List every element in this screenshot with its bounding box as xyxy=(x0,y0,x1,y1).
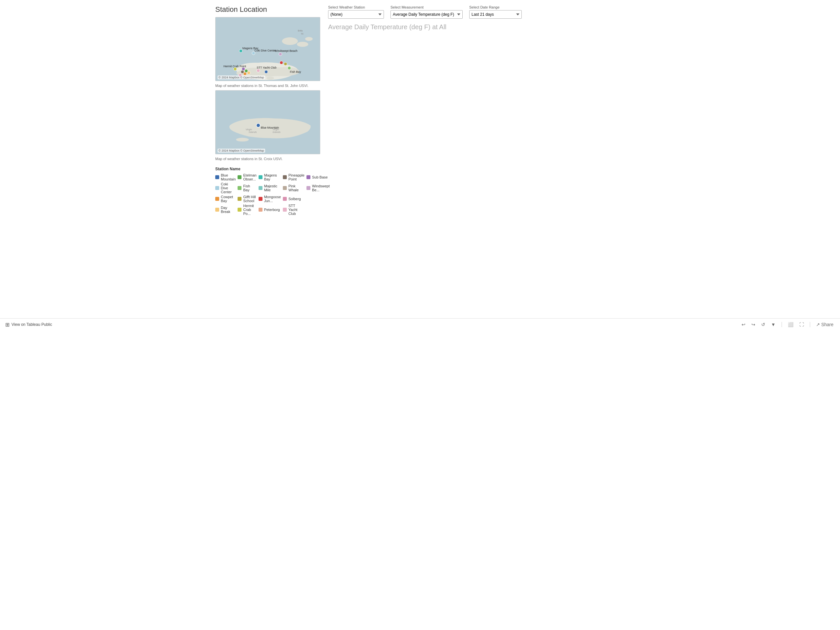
legend-item-label: Gifft Hill School xyxy=(243,195,256,203)
fullscreen-button[interactable]: ⛶ xyxy=(798,321,805,328)
settings-button[interactable]: ▼ xyxy=(770,321,777,328)
page-title: Station Location xyxy=(215,5,320,14)
svg-point-8 xyxy=(305,37,313,41)
legend-item: Pineapple Point xyxy=(283,173,305,181)
measurement-select[interactable]: Average Daily Temperature (deg F)Average… xyxy=(390,10,463,19)
date-range-label: Select Date Range xyxy=(469,5,522,9)
weather-station-group: Select Weather Station (None)Blue Mounta… xyxy=(328,5,384,19)
weather-station-select[interactable]: (None)Blue MountainCoki Dive CenterCowpe… xyxy=(328,10,384,19)
legend-item: Hermit Crab Po... xyxy=(238,204,256,216)
map2-caption: Map of weather stations in St. Croix USV… xyxy=(215,157,320,161)
svg-point-32 xyxy=(236,138,249,142)
toolbar-separator xyxy=(782,322,782,327)
map2-copyright: © 2024 Mapbox © OpenStreetMap xyxy=(218,148,265,153)
legend-item-label: Fish Bay xyxy=(243,184,256,192)
legend-item: STT Yacht Club xyxy=(283,204,305,216)
svg-text:Islands: Islands xyxy=(272,131,281,134)
map-stcroix: Virgin Islands Virgin Islands Blue Mount… xyxy=(215,90,320,154)
legend-swatch xyxy=(259,208,262,212)
measurement-label: Select Measurement xyxy=(390,5,463,9)
svg-text:Windswept Beach: Windswept Beach xyxy=(275,49,298,52)
measurement-group: Select Measurement Average Daily Tempera… xyxy=(390,5,463,19)
legend-item: Peterborg xyxy=(259,204,281,216)
toolbar-right: ↩ ↪ ↺ ▼ ⬜ ⛶ ↗ Share xyxy=(740,321,835,328)
svg-text:Islands: Islands xyxy=(249,131,257,134)
svg-point-23 xyxy=(245,69,248,73)
legend-item-label: Day Break xyxy=(221,206,235,214)
chart-area xyxy=(328,33,625,310)
legend-item-label: Pineapple Point xyxy=(289,173,305,181)
legend-item-label: Etelman Obser... xyxy=(243,173,256,181)
svg-point-19 xyxy=(284,62,287,66)
legend-swatch xyxy=(283,175,287,179)
svg-text:Virgin: Virgin xyxy=(245,128,252,131)
svg-point-6 xyxy=(282,38,298,45)
svg-point-9 xyxy=(267,76,274,80)
legend-item: Blue Mountain xyxy=(215,173,235,181)
share-button[interactable]: ↗ Share xyxy=(815,321,835,328)
legend-swatch xyxy=(215,186,219,190)
svg-point-17 xyxy=(243,72,247,76)
legend-swatch xyxy=(259,197,262,201)
legend-item-label: Peterborg xyxy=(264,208,280,212)
toolbar-left: ⊞ View on Tableau Public xyxy=(5,322,740,328)
legend-swatch xyxy=(238,197,242,201)
legend-item: Mongoose Jun... xyxy=(259,195,281,203)
legend-grid: Blue Mountain Etelman Obser... Magens Ba… xyxy=(215,173,320,216)
share-icon: ↗ xyxy=(816,322,820,327)
legend-swatch xyxy=(306,175,310,179)
legend-swatch xyxy=(238,175,242,179)
bottom-toolbar: ⊞ View on Tableau Public ↩ ↪ ↺ ▼ ⬜ ⛶ ↗ S… xyxy=(0,318,840,330)
legend-swatch xyxy=(306,186,310,190)
map1-copyright: © 2024 Mapbox © OpenStreetMap xyxy=(218,76,265,79)
svg-point-24 xyxy=(264,70,268,74)
legend-swatch xyxy=(238,208,242,212)
legend-item-label: Mongoose Jun... xyxy=(264,195,281,203)
svg-point-15 xyxy=(288,66,291,70)
date-range-select[interactable]: Last 21 daysLast 7 daysLast 30 daysLast … xyxy=(469,10,522,19)
legend-swatch xyxy=(283,208,287,212)
legend-item-label: Cowpet Bay xyxy=(221,195,235,203)
svg-point-14 xyxy=(279,52,282,56)
legend-item: Fish Bay xyxy=(238,182,256,194)
view-on-tableau-label[interactable]: View on Tableau Public xyxy=(11,322,52,327)
svg-point-37 xyxy=(256,123,260,127)
legend-item: Magens Bay xyxy=(259,173,281,181)
svg-text:Hermit Crab Point: Hermit Crab Point xyxy=(223,65,246,68)
legend-item-label: Majestic Mile xyxy=(264,184,281,192)
legend-item-label: Blue Mountain xyxy=(221,173,235,181)
legend-swatch xyxy=(259,186,262,190)
legend-item: Pink Whale xyxy=(283,182,305,194)
svg-text:Coki Dive Center: Coki Dive Center xyxy=(254,49,276,52)
legend-swatch xyxy=(215,197,219,201)
legend-item: Coki Dive Center xyxy=(215,182,235,194)
map1-caption: Map of weather stations in St. Thomas an… xyxy=(215,84,320,88)
svg-text:STT Yacht Club: STT Yacht Club xyxy=(257,66,276,69)
svg-point-18 xyxy=(280,61,283,64)
svg-point-7 xyxy=(297,42,308,47)
undo-button[interactable]: ↩ xyxy=(740,321,747,328)
share-label: Share xyxy=(821,322,834,327)
legend-swatch xyxy=(215,175,219,179)
legend-item: Majestic Mile xyxy=(259,182,281,194)
svg-text:Fish Bay: Fish Bay xyxy=(290,70,301,74)
revert-button[interactable]: ↺ xyxy=(760,321,766,328)
legend-item-label: Solberg xyxy=(289,197,301,201)
redo-button[interactable]: ↪ xyxy=(750,321,757,328)
legend-item: Cowpet Bay xyxy=(215,195,235,203)
controls-row: Select Weather Station (None)Blue Mounta… xyxy=(328,5,625,19)
legend-section: Station Name Blue Mountain Etelman Obser… xyxy=(215,167,320,216)
tableau-dots-icon: ⊞ xyxy=(5,322,9,328)
chart-title: Average Daily Temperature (deg F) at All xyxy=(328,23,625,31)
legend-item-label: Hermit Crab Po... xyxy=(243,204,256,216)
svg-point-13 xyxy=(257,69,260,72)
legend-swatch xyxy=(283,197,287,201)
svg-text:Britis: Britis xyxy=(298,30,303,32)
map-stthomas: Britis Isl. xyxy=(215,17,320,81)
legend-title: Station Name xyxy=(215,167,320,171)
svg-text:Blue Mountain: Blue Mountain xyxy=(261,126,279,129)
legend-swatch xyxy=(215,208,219,212)
legend-item: Etelman Obser... xyxy=(238,173,256,181)
legend-item-label: Magens Bay xyxy=(264,173,281,181)
download-button[interactable]: ⬜ xyxy=(786,321,795,328)
